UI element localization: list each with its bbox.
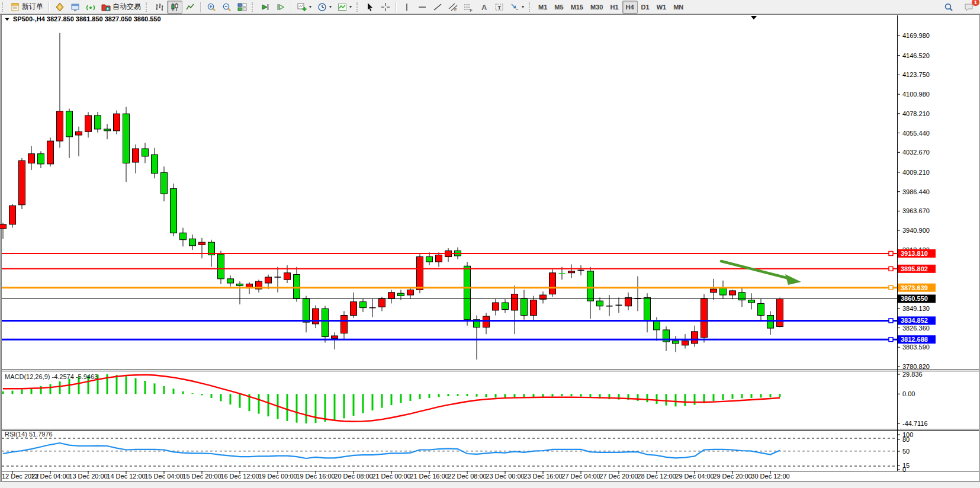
price-chart-canvas[interactable]: SP500-,H4 3827.850 3861.850 3827.050 386… xyxy=(0,14,980,482)
signals-icon xyxy=(86,2,95,12)
zoom-out-icon xyxy=(222,2,232,12)
bar-chart-button[interactable] xyxy=(152,1,167,14)
svg-text:21 Dec 00:00: 21 Dec 00:00 xyxy=(372,473,410,480)
main-toolbar: 新订单 自动交易 ▾ ▾ ▾ E F A T ▾ M1M5M15M30H1H4D… xyxy=(0,0,980,14)
channel-button[interactable]: E xyxy=(445,1,461,14)
search-button[interactable] xyxy=(941,1,956,14)
label-icon: T xyxy=(494,2,504,12)
indicators-icon xyxy=(338,2,347,12)
svg-text:SP500-,H4 3827.850 3861.850 3: SP500-,H4 3827.850 3861.850 3827.050 386… xyxy=(13,15,161,23)
svg-text:21 Dec 16:00: 21 Dec 16:00 xyxy=(410,473,448,480)
label-button[interactable]: T xyxy=(491,1,507,14)
cursor-icon xyxy=(365,2,375,12)
timeframe-mn[interactable]: MN xyxy=(670,1,687,14)
timeframe-m1[interactable]: M1 xyxy=(535,1,551,14)
new-order-icon xyxy=(11,2,20,12)
svg-text:MACD(12,26,9) -4.2574 -5.9463: MACD(12,26,9) -4.2574 -5.9463 xyxy=(5,373,98,380)
svg-text:A: A xyxy=(481,3,487,12)
timeframe-bar: M1M5M15M30H1H4D1W1MN xyxy=(535,1,687,14)
tile-windows-icon xyxy=(237,2,247,12)
signals-button[interactable] xyxy=(83,1,98,14)
svg-text:29.836: 29.836 xyxy=(902,371,923,378)
tile-windows-button[interactable] xyxy=(234,1,250,14)
svg-text:29 Dec 04:00: 29 Dec 04:00 xyxy=(675,473,714,480)
svg-text:3913.810: 3913.810 xyxy=(901,250,928,257)
svg-text:4055.440: 4055.440 xyxy=(902,130,930,137)
svg-text:30 Dec 12:00: 30 Dec 12:00 xyxy=(751,473,789,480)
svg-text:50: 50 xyxy=(902,448,910,455)
new-chart-button[interactable]: ▾ xyxy=(294,1,314,14)
period-icon xyxy=(317,2,327,12)
crosshair-button[interactable] xyxy=(378,1,393,14)
svg-text:20 Dec 08:00: 20 Dec 08:00 xyxy=(334,473,372,480)
autotrading-button[interactable]: 自动交易 xyxy=(98,1,144,14)
terminal-icon xyxy=(70,2,80,12)
notifications-button[interactable]: 1 xyxy=(961,1,976,14)
autotrading-label: 自动交易 xyxy=(113,2,141,12)
horizontal-line-icon xyxy=(417,2,427,12)
auto-scroll-button[interactable] xyxy=(258,1,273,14)
timeframe-m15[interactable]: M15 xyxy=(567,1,587,14)
timeframe-h1[interactable]: H1 xyxy=(606,1,622,14)
svg-text:3986.440: 3986.440 xyxy=(902,188,930,195)
svg-text:3780.820: 3780.820 xyxy=(902,363,930,370)
candlestick-button[interactable] xyxy=(167,1,182,14)
bar-chart-icon xyxy=(155,2,164,12)
svg-text:3803.590: 3803.590 xyxy=(902,343,930,351)
arrows-button[interactable]: ▾ xyxy=(507,1,527,14)
svg-text:3860.550: 3860.550 xyxy=(901,295,928,302)
chart-window[interactable]: SP500-,H4 3827.850 3861.850 3827.050 386… xyxy=(0,14,980,482)
search-icon xyxy=(944,2,953,12)
charts-button[interactable] xyxy=(52,1,68,14)
zoom-in-button[interactable] xyxy=(204,1,219,14)
svg-text:27 Dec 04:00: 27 Dec 04:00 xyxy=(561,473,600,480)
svg-text:E: E xyxy=(454,8,457,12)
line-chart-button[interactable] xyxy=(182,1,198,14)
timeframe-m30[interactable]: M30 xyxy=(587,1,606,14)
svg-text:19 Dec 16:00: 19 Dec 16:00 xyxy=(296,473,335,480)
svg-text:4032.670: 4032.670 xyxy=(902,149,930,156)
svg-text:14 Dec 12:00: 14 Dec 12:00 xyxy=(107,473,145,480)
new-chart-icon xyxy=(297,2,307,12)
text-button[interactable]: A xyxy=(476,1,491,14)
svg-text:3895.802: 3895.802 xyxy=(901,265,928,272)
svg-text:3873.639: 3873.639 xyxy=(901,284,928,291)
zoom-out-button[interactable] xyxy=(219,1,234,14)
trendline-button[interactable] xyxy=(430,1,445,14)
timeframe-m5[interactable]: M5 xyxy=(551,1,567,14)
new-order-button[interactable]: 新订单 xyxy=(8,1,46,14)
cursor-button[interactable] xyxy=(362,1,378,14)
chart-shift-button[interactable] xyxy=(273,1,288,14)
text-icon: A xyxy=(479,2,489,12)
zoom-in-icon xyxy=(207,2,216,12)
terminal-button[interactable] xyxy=(68,1,83,14)
fibonacci-button[interactable]: F xyxy=(461,1,476,14)
svg-text:F: F xyxy=(470,8,473,12)
svg-text:27 Dec 20:00: 27 Dec 20:00 xyxy=(599,473,638,480)
period-button[interactable]: ▾ xyxy=(314,1,335,14)
svg-text:23 Dec 00:00: 23 Dec 00:00 xyxy=(486,473,524,480)
svg-text:23 Dec 16:00: 23 Dec 16:00 xyxy=(523,473,562,480)
svg-text:4009.210: 4009.210 xyxy=(902,169,930,176)
svg-text:4146.520: 4146.520 xyxy=(902,52,930,59)
svg-text:16 Dec 12:00: 16 Dec 12:00 xyxy=(220,473,259,480)
vertical-line-icon xyxy=(402,2,412,12)
svg-text:3834.852: 3834.852 xyxy=(901,317,928,324)
status-bar xyxy=(0,481,980,488)
indicators-button[interactable]: ▾ xyxy=(335,1,355,14)
trendline-icon xyxy=(433,2,442,12)
timeframe-w1[interactable]: W1 xyxy=(653,1,670,14)
svg-text:80: 80 xyxy=(902,436,910,443)
timeframe-h4[interactable]: H4 xyxy=(622,1,638,14)
vertical-line-button[interactable] xyxy=(399,1,415,14)
timeframe-d1[interactable]: D1 xyxy=(638,1,653,14)
svg-text:29 Dec 20:00: 29 Dec 20:00 xyxy=(713,473,751,480)
svg-text:RSI(14) 51.7976: RSI(14) 51.7976 xyxy=(5,431,53,438)
arrows-icon xyxy=(510,2,519,12)
toolbar-grip xyxy=(2,2,6,12)
horizontal-line-button[interactable] xyxy=(415,1,430,14)
charts-icon xyxy=(55,2,65,12)
svg-text:3963.670: 3963.670 xyxy=(902,207,930,214)
autotrading-icon xyxy=(101,2,111,12)
fibonacci-icon: F xyxy=(464,2,473,12)
